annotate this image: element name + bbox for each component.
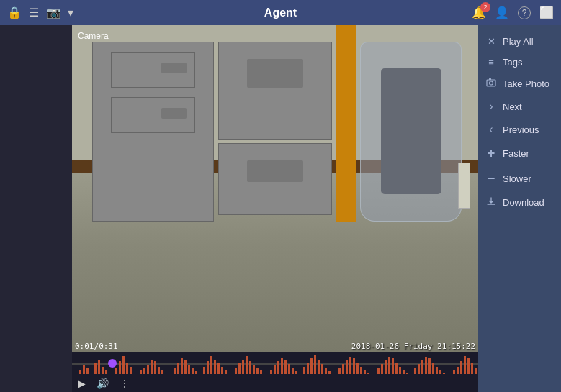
menu-label-faster: Faster bbox=[503, 148, 529, 159]
left-sidebar bbox=[0, 25, 72, 392]
video-timestamp: 2018-01-26 Friday 21:15:22 bbox=[351, 342, 475, 351]
video-frame: Camera 2018-01-26 Friday 21:15:22 0:01/0… bbox=[72, 25, 478, 352]
time-counter: 0:01/0:31 bbox=[75, 342, 118, 351]
timeline[interactable] bbox=[72, 352, 478, 374]
menu-label-slower: Slower bbox=[503, 173, 531, 184]
camera-icon[interactable]: 📷 bbox=[46, 6, 60, 19]
controls-row: ▶ 🔊 ⋮ bbox=[72, 374, 478, 392]
menu-label-download: Download bbox=[503, 197, 544, 208]
menu-label-take-photo: Take Photo bbox=[503, 78, 549, 89]
svg-rect-2 bbox=[489, 78, 491, 80]
camera-label: Camera bbox=[78, 31, 109, 41]
app-title: Agent bbox=[264, 6, 297, 19]
slower-icon: − bbox=[485, 171, 497, 186]
cabinet-drawer-bottom bbox=[111, 97, 195, 133]
help-icon[interactable]: ? bbox=[518, 6, 531, 19]
video-background bbox=[72, 25, 478, 352]
plastic-bag bbox=[360, 42, 462, 222]
menu-item-play-all[interactable]: ✕ Play All bbox=[478, 31, 561, 52]
context-menu: ✕ Play All ≡ Tags Take Photo › Next ‹ Pr… bbox=[478, 25, 561, 392]
timeline-thumb[interactable] bbox=[108, 359, 117, 368]
svg-point-1 bbox=[490, 81, 493, 85]
tags-icon: ≡ bbox=[485, 57, 497, 68]
menu-label-next: Next bbox=[503, 101, 522, 112]
menu-label-tags: Tags bbox=[503, 57, 522, 68]
main-content: Camera 2018-01-26 Friday 21:15:22 0:01/0… bbox=[0, 25, 561, 392]
volume-button[interactable]: 🔊 bbox=[97, 378, 109, 389]
menu-item-download[interactable]: Download bbox=[478, 191, 561, 214]
cabinet-right-bottom bbox=[218, 143, 332, 215]
menu-label-previous: Previous bbox=[503, 124, 539, 135]
hamburger-icon[interactable]: ☰ bbox=[29, 6, 39, 19]
cabinet-right-top bbox=[218, 42, 332, 140]
playback-bar: ▶ 🔊 ⋮ bbox=[72, 352, 478, 392]
next-icon: › bbox=[485, 100, 497, 113]
more-button[interactable]: ⋮ bbox=[120, 378, 130, 389]
user-icon[interactable]: 👤 bbox=[495, 6, 509, 19]
topbar: 🔒 ☰ 📷 ▾ Agent 🔔 2 👤 ? ⬜ bbox=[0, 0, 561, 25]
cabinet-drawer-top bbox=[111, 52, 195, 88]
faster-icon: + bbox=[485, 146, 497, 161]
play-button[interactable]: ▶ bbox=[78, 378, 86, 389]
svg-rect-0 bbox=[487, 80, 495, 86]
menu-item-tags[interactable]: ≡ Tags bbox=[478, 52, 561, 73]
play-all-icon: ✕ bbox=[485, 36, 497, 47]
menu-label-play-all: Play All bbox=[503, 36, 534, 47]
video-section: Camera 2018-01-26 Friday 21:15:22 0:01/0… bbox=[72, 25, 478, 392]
window-icon[interactable]: ⬜ bbox=[539, 6, 554, 19]
dropdown-icon[interactable]: ▾ bbox=[68, 6, 73, 19]
menu-item-faster[interactable]: + Faster bbox=[478, 141, 561, 166]
topbar-left: 🔒 ☰ 📷 ▾ bbox=[7, 6, 73, 19]
notification-badge: 2 bbox=[480, 2, 490, 12]
menu-item-slower[interactable]: − Slower bbox=[478, 166, 561, 191]
white-object bbox=[458, 163, 470, 209]
menu-item-previous[interactable]: ‹ Previous bbox=[478, 118, 561, 141]
previous-icon: ‹ bbox=[485, 123, 497, 136]
take-photo-icon bbox=[485, 78, 497, 90]
menu-item-take-photo[interactable]: Take Photo bbox=[478, 73, 561, 95]
cabinet-left bbox=[92, 42, 214, 222]
menu-item-next[interactable]: › Next bbox=[478, 95, 561, 118]
door-frame bbox=[336, 25, 356, 222]
notification-button[interactable]: 🔔 2 bbox=[472, 6, 486, 19]
right-items bbox=[360, 42, 462, 222]
lock-icon[interactable]: 🔒 bbox=[7, 6, 22, 19]
topbar-right: 🔔 2 👤 ? ⬜ bbox=[472, 6, 554, 19]
download-icon bbox=[485, 196, 497, 209]
motion-bars bbox=[72, 352, 478, 374]
